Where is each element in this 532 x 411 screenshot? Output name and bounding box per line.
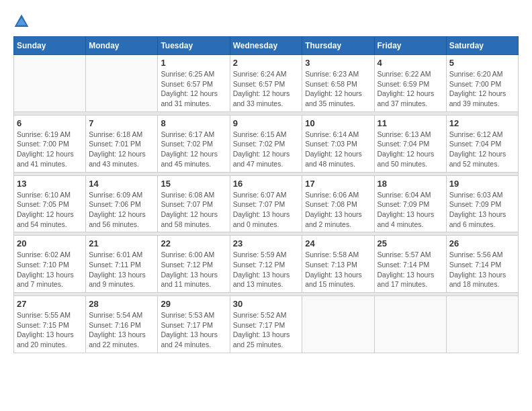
calendar-cell: 24Sunrise: 5:58 AM Sunset: 7:13 PM Dayli… — [302, 236, 374, 293]
calendar-cell: 16Sunrise: 6:07 AM Sunset: 7:07 PM Dayli… — [230, 175, 302, 232]
calendar-cell: 29Sunrise: 5:53 AM Sunset: 7:17 PM Dayli… — [158, 296, 230, 353]
day-info: Sunrise: 6:15 AM Sunset: 7:02 PM Dayligh… — [233, 130, 300, 169]
calendar-cell: 4Sunrise: 6:22 AM Sunset: 6:59 PM Daylig… — [374, 55, 446, 112]
day-info: Sunrise: 6:03 AM Sunset: 7:09 PM Dayligh… — [449, 190, 515, 230]
day-number: 21 — [89, 238, 154, 248]
weekday-header-tuesday: Tuesday — [158, 37, 230, 55]
calendar-cell: 18Sunrise: 6:04 AM Sunset: 7:09 PM Dayli… — [374, 175, 446, 232]
day-info: Sunrise: 6:23 AM Sunset: 6:58 PM Dayligh… — [305, 69, 371, 109]
day-number: 9 — [233, 118, 300, 128]
calendar-cell: 12Sunrise: 6:12 AM Sunset: 7:04 PM Dayli… — [446, 115, 518, 172]
calendar-cell: 6Sunrise: 6:19 AM Sunset: 7:00 PM Daylig… — [14, 115, 86, 172]
day-info: Sunrise: 5:56 AM Sunset: 7:14 PM Dayligh… — [449, 250, 515, 289]
calendar-cell: 14Sunrise: 6:09 AM Sunset: 7:06 PM Dayli… — [86, 175, 158, 232]
calendar-cell — [374, 296, 446, 353]
day-number: 15 — [161, 179, 226, 189]
calendar-cell: 21Sunrise: 6:01 AM Sunset: 7:11 PM Dayli… — [86, 236, 158, 293]
calendar-cell: 27Sunrise: 5:55 AM Sunset: 7:15 PM Dayli… — [14, 296, 86, 353]
week-row-4: 20Sunrise: 6:02 AM Sunset: 7:10 PM Dayli… — [14, 236, 519, 293]
day-info: Sunrise: 6:19 AM Sunset: 7:00 PM Dayligh… — [17, 130, 83, 169]
day-info: Sunrise: 5:57 AM Sunset: 7:14 PM Dayligh… — [378, 250, 443, 289]
calendar-cell: 25Sunrise: 5:57 AM Sunset: 7:14 PM Dayli… — [374, 236, 446, 293]
calendar-cell: 20Sunrise: 6:02 AM Sunset: 7:10 PM Dayli… — [14, 236, 86, 293]
weekday-header-saturday: Saturday — [446, 37, 518, 55]
weekday-header-friday: Friday — [374, 37, 446, 55]
calendar-cell: 10Sunrise: 6:14 AM Sunset: 7:03 PM Dayli… — [302, 115, 374, 172]
day-info: Sunrise: 6:17 AM Sunset: 7:02 PM Dayligh… — [161, 130, 226, 169]
day-info: Sunrise: 6:07 AM Sunset: 7:07 PM Dayligh… — [233, 190, 300, 230]
day-number: 1 — [161, 58, 226, 68]
calendar-cell: 23Sunrise: 5:59 AM Sunset: 7:12 PM Dayli… — [230, 236, 302, 293]
day-info: Sunrise: 5:58 AM Sunset: 7:13 PM Dayligh… — [305, 250, 371, 289]
day-info: Sunrise: 6:18 AM Sunset: 7:01 PM Dayligh… — [89, 130, 154, 169]
day-number: 7 — [89, 118, 154, 128]
day-info: Sunrise: 6:14 AM Sunset: 7:03 PM Dayligh… — [305, 130, 371, 169]
day-number: 27 — [17, 299, 83, 309]
day-number: 22 — [161, 238, 226, 248]
day-number: 30 — [233, 299, 300, 309]
day-number: 25 — [378, 238, 443, 248]
weekday-header-thursday: Thursday — [302, 37, 374, 55]
logo-icon — [13, 13, 30, 30]
calendar-cell — [302, 296, 374, 353]
weekday-header-wednesday: Wednesday — [230, 37, 302, 55]
header — [13, 13, 519, 30]
day-info: Sunrise: 5:55 AM Sunset: 7:15 PM Dayligh… — [17, 310, 83, 350]
calendar: SundayMondayTuesdayWednesdayThursdayFrid… — [13, 36, 519, 353]
day-info: Sunrise: 6:22 AM Sunset: 6:59 PM Dayligh… — [378, 69, 443, 109]
week-row-1: 1Sunrise: 6:25 AM Sunset: 6:57 PM Daylig… — [14, 55, 519, 112]
day-number: 17 — [305, 179, 371, 189]
day-info: Sunrise: 6:06 AM Sunset: 7:08 PM Dayligh… — [305, 190, 371, 230]
calendar-cell — [446, 296, 518, 353]
day-number: 14 — [89, 179, 154, 189]
day-info: Sunrise: 6:12 AM Sunset: 7:04 PM Dayligh… — [449, 130, 515, 169]
day-info: Sunrise: 5:53 AM Sunset: 7:17 PM Dayligh… — [161, 310, 226, 350]
day-number: 28 — [89, 299, 154, 309]
calendar-cell — [14, 55, 86, 112]
calendar-cell: 8Sunrise: 6:17 AM Sunset: 7:02 PM Daylig… — [158, 115, 230, 172]
calendar-cell: 30Sunrise: 5:52 AM Sunset: 7:17 PM Dayli… — [230, 296, 302, 353]
day-info: Sunrise: 6:24 AM Sunset: 6:57 PM Dayligh… — [233, 69, 300, 109]
calendar-cell — [86, 55, 158, 112]
day-number: 6 — [17, 118, 83, 128]
week-row-3: 13Sunrise: 6:10 AM Sunset: 7:05 PM Dayli… — [14, 175, 519, 232]
day-number: 11 — [378, 118, 443, 128]
calendar-cell: 1Sunrise: 6:25 AM Sunset: 6:57 PM Daylig… — [158, 55, 230, 112]
day-info: Sunrise: 6:00 AM Sunset: 7:12 PM Dayligh… — [161, 250, 226, 289]
day-info: Sunrise: 5:54 AM Sunset: 7:16 PM Dayligh… — [89, 310, 154, 350]
weekday-header-row: SundayMondayTuesdayWednesdayThursdayFrid… — [14, 37, 519, 55]
logo — [13, 13, 32, 30]
day-number: 19 — [449, 179, 515, 189]
calendar-cell: 26Sunrise: 5:56 AM Sunset: 7:14 PM Dayli… — [446, 236, 518, 293]
calendar-cell: 19Sunrise: 6:03 AM Sunset: 7:09 PM Dayli… — [446, 175, 518, 232]
day-number: 4 — [378, 58, 443, 68]
day-info: Sunrise: 6:25 AM Sunset: 6:57 PM Dayligh… — [161, 69, 226, 109]
day-number: 16 — [233, 179, 300, 189]
day-info: Sunrise: 6:10 AM Sunset: 7:05 PM Dayligh… — [17, 190, 83, 230]
week-row-2: 6Sunrise: 6:19 AM Sunset: 7:00 PM Daylig… — [14, 115, 519, 172]
day-number: 3 — [305, 58, 371, 68]
day-number: 5 — [449, 58, 515, 68]
calendar-cell: 5Sunrise: 6:20 AM Sunset: 7:00 PM Daylig… — [446, 55, 518, 112]
day-info: Sunrise: 6:20 AM Sunset: 7:00 PM Dayligh… — [449, 69, 515, 109]
calendar-cell: 15Sunrise: 6:08 AM Sunset: 7:07 PM Dayli… — [158, 175, 230, 232]
day-info: Sunrise: 5:52 AM Sunset: 7:17 PM Dayligh… — [233, 310, 300, 350]
day-number: 12 — [449, 118, 515, 128]
day-number: 23 — [233, 238, 300, 248]
day-number: 29 — [161, 299, 226, 309]
day-number: 20 — [17, 238, 83, 248]
calendar-cell: 11Sunrise: 6:13 AM Sunset: 7:04 PM Dayli… — [374, 115, 446, 172]
calendar-cell: 9Sunrise: 6:15 AM Sunset: 7:02 PM Daylig… — [230, 115, 302, 172]
calendar-cell: 3Sunrise: 6:23 AM Sunset: 6:58 PM Daylig… — [302, 55, 374, 112]
weekday-header-sunday: Sunday — [14, 37, 86, 55]
day-number: 13 — [17, 179, 83, 189]
day-info: Sunrise: 6:13 AM Sunset: 7:04 PM Dayligh… — [378, 130, 443, 169]
day-info: Sunrise: 6:09 AM Sunset: 7:06 PM Dayligh… — [89, 190, 154, 230]
weekday-header-monday: Monday — [86, 37, 158, 55]
calendar-cell: 17Sunrise: 6:06 AM Sunset: 7:08 PM Dayli… — [302, 175, 374, 232]
day-number: 2 — [233, 58, 300, 68]
day-number: 26 — [449, 238, 515, 248]
day-number: 8 — [161, 118, 226, 128]
day-info: Sunrise: 6:04 AM Sunset: 7:09 PM Dayligh… — [378, 190, 443, 230]
day-number: 10 — [305, 118, 371, 128]
